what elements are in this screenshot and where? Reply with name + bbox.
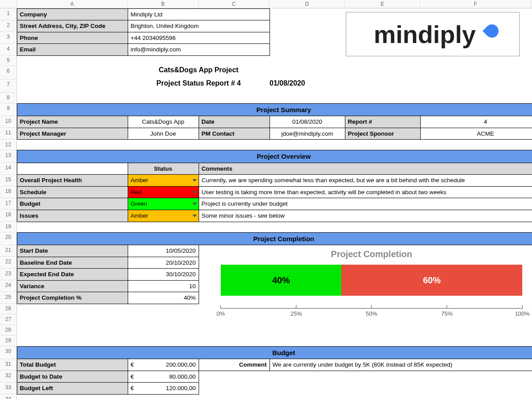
status-dropdown[interactable]: Green — [128, 198, 199, 210]
completion-row-label[interactable]: Project Completion % — [17, 292, 128, 304]
spreadsheet[interactable]: A B C D E F G 1 Company Mindiply Ltd 2 S… — [0, 0, 532, 399]
row-number: 23 — [0, 269, 17, 281]
budget-row-label[interactable]: Budget Left — [17, 382, 128, 395]
budget-row-value[interactable]: €200.000,00 — [128, 359, 199, 371]
overview-row-label[interactable]: Issues — [17, 210, 128, 222]
row-number: 28 — [0, 325, 17, 336]
row-number: 16 — [0, 186, 17, 198]
overview-row-label[interactable]: Budget — [17, 198, 128, 210]
company-logo: mindiply — [346, 12, 520, 56]
row-number: 29 — [0, 336, 17, 346]
sponsor-label[interactable]: Project Sponsor — [345, 128, 421, 140]
date-label[interactable]: Date — [199, 116, 270, 128]
sponsor-value[interactable]: ACME — [420, 128, 532, 140]
row-number: 33 — [0, 383, 17, 395]
row-number: 4 — [0, 44, 17, 56]
email-value[interactable]: info@mindiply.com — [128, 43, 270, 56]
address-label[interactable]: Street Address, City, ZIP Code — [17, 20, 128, 32]
completion-row-label[interactable]: Start Date — [17, 245, 128, 257]
project-name-label[interactable]: Project Name — [17, 116, 128, 128]
budget-header[interactable]: Budget — [17, 346, 532, 360]
budget-comment-label[interactable]: Comment — [199, 359, 270, 371]
row-number: 18 — [0, 210, 17, 222]
chart-title: Project Completion — [221, 249, 522, 259]
completion-row-value[interactable]: 40% — [128, 292, 199, 304]
completion-header[interactable]: Project Completion — [17, 232, 532, 246]
row-number: 12 — [0, 140, 17, 150]
completion-row-value[interactable]: 20/10/2020 — [128, 257, 199, 269]
completion-row-value[interactable]: 30/10/2020 — [128, 268, 199, 281]
row-number: 26 — [0, 304, 17, 314]
report-date[interactable]: 01/08/2020 — [270, 79, 345, 93]
report-num-label[interactable]: Report # — [345, 116, 421, 128]
row-number: 31 — [0, 359, 17, 371]
company-value[interactable]: Mindiply Ltd — [128, 8, 270, 21]
pm-label[interactable]: Project Manager — [17, 128, 128, 140]
project-title[interactable]: Cats&Dogs App Project — [128, 66, 270, 79]
budget-row-value[interactable]: €80.000,00 — [128, 371, 199, 383]
chevron-down-icon — [192, 203, 197, 205]
row-number: 17 — [0, 198, 17, 210]
overview-row-label[interactable]: Schedule — [17, 186, 128, 199]
chevron-down-icon — [192, 179, 197, 182]
budget-row-value[interactable]: €120.000,00 — [128, 382, 199, 395]
pm-contact-label[interactable]: PM Contact — [199, 128, 270, 140]
row-number: 1 — [0, 8, 17, 20]
pm-contact-value[interactable]: jdoe@mindiply.com — [270, 128, 345, 140]
row-number: 5 — [0, 55, 17, 66]
completion-row-label[interactable]: Baseline End Date — [17, 257, 128, 269]
company-label[interactable]: Company — [17, 8, 128, 21]
row-number: 24 — [0, 280, 17, 292]
chevron-down-icon — [192, 215, 197, 217]
status-dropdown[interactable]: Amber — [128, 174, 199, 187]
report-num-value[interactable]: 4 — [420, 116, 532, 128]
status-dropdown[interactable]: Amber — [128, 210, 199, 222]
email-label[interactable]: Email — [17, 43, 128, 56]
overview-blank[interactable] — [17, 163, 128, 175]
project-name-value[interactable]: Cats&Dogs App — [128, 116, 199, 128]
completion-chart: Project Completion 40% 60% 0% 25% 50% 75… — [221, 249, 522, 318]
completion-row-value[interactable]: 10 — [128, 280, 199, 293]
status-dropdown[interactable]: Red — [128, 186, 199, 199]
row-number: 19 — [0, 222, 17, 232]
completion-row-label[interactable]: Variance — [17, 280, 128, 293]
status-header[interactable]: Status — [128, 163, 199, 175]
budget-comment-value[interactable]: We are currently under budget by 5K (80K… — [270, 359, 532, 371]
report-title[interactable]: Project Status Report # 4 — [128, 79, 270, 93]
overview-comment[interactable]: Project is currently under budget — [199, 198, 532, 210]
summary-header[interactable]: Project Summary — [17, 103, 532, 117]
phone-value[interactable]: +44 2034095596 — [128, 32, 270, 44]
chart-complete-bar: 40% — [221, 265, 341, 296]
row-number: 30 — [0, 346, 17, 359]
overview-comment[interactable]: Some minor issues - see below — [199, 210, 532, 222]
budget-row-label[interactable]: Total Budget — [17, 359, 128, 371]
logo-dot-icon — [482, 22, 501, 40]
chevron-down-icon — [192, 191, 197, 194]
date-value[interactable]: 01/08/2020 — [270, 116, 345, 128]
row-number: 11 — [0, 128, 17, 140]
overview-comment[interactable]: User testing is taking more time than ex… — [199, 186, 532, 199]
row-number: 8 — [0, 93, 17, 103]
completion-row-label[interactable]: Expected End Date — [17, 268, 128, 281]
row-number: 14 — [0, 163, 17, 175]
overview-row-label[interactable]: Overall Project Health — [17, 174, 128, 187]
row-number: 10 — [0, 116, 17, 128]
phone-label[interactable]: Phone — [17, 32, 128, 44]
budget-row-label[interactable]: Budget to Date — [17, 371, 128, 383]
row-number: 20 — [0, 232, 17, 245]
overview-comment[interactable]: Currently, we are spending somewhat less… — [199, 174, 532, 187]
comments-header[interactable]: Comments — [199, 163, 532, 175]
address-value[interactable]: Brighton, United Kingdom — [128, 20, 270, 32]
row-number: 7 — [0, 79, 17, 93]
row-number: 13 — [0, 150, 17, 163]
row-number: 3 — [0, 32, 17, 44]
overview-header[interactable]: Project Overview — [17, 150, 532, 163]
row-number: 32 — [0, 371, 17, 383]
column-headers: A B C D E F G — [0, 0, 532, 8]
chart-axis: 0% 25% 50% 75% 100% — [221, 308, 522, 318]
row-number: 15 — [0, 175, 17, 187]
row-number: 21 — [0, 245, 17, 257]
pm-value[interactable]: John Doe — [128, 128, 199, 140]
completion-row-value[interactable]: 10/05/2020 — [128, 245, 199, 257]
row-number: 9 — [0, 103, 17, 116]
